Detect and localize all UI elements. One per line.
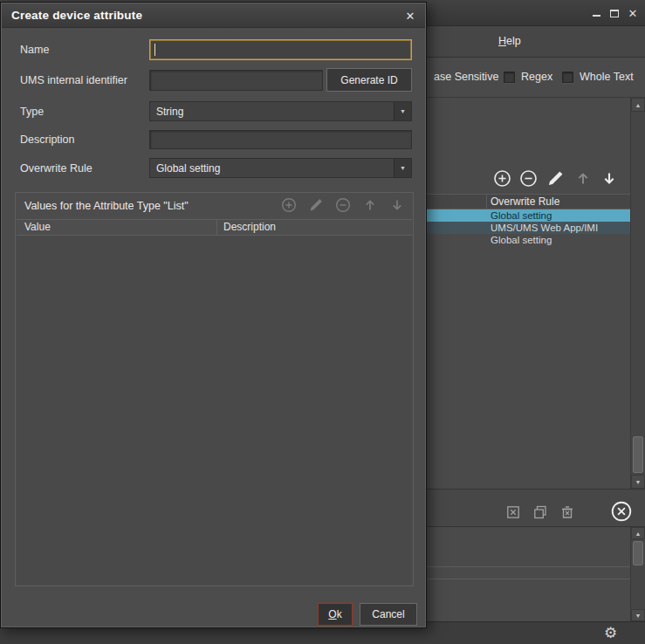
maximize-button[interactable] (608, 7, 621, 19)
remove-value-icon[interactable] (335, 197, 351, 213)
scroll-up-button[interactable]: ▲ (631, 527, 645, 539)
values-table-body[interactable] (17, 236, 412, 585)
lower-vertical-scrollbar[interactable]: ▲ ▼ (630, 527, 645, 621)
clear-icon[interactable] (505, 504, 521, 520)
dialog-titlebar[interactable]: Create device attribute ✕ (2, 3, 425, 28)
settings-gear-icon[interactable]: ⚙ (604, 624, 617, 643)
generate-id-button[interactable]: Generate ID (326, 68, 412, 92)
scroll-up-icon: ▲ (635, 102, 642, 108)
edit-icon[interactable] (546, 169, 565, 188)
scroll-up-icon: ▲ (635, 531, 642, 537)
close-button[interactable]: ✕ (627, 7, 639, 19)
close-icon: ✕ (628, 8, 638, 19)
dialog-close-button[interactable]: ✕ (402, 8, 418, 24)
delete-icon[interactable] (559, 504, 575, 520)
values-group-title: Values for the Attribute Type "List" (24, 198, 189, 214)
ums-id-label: UMS internal identifier (20, 73, 127, 87)
dropdown-arrow-icon: ▼ (394, 102, 411, 120)
column-divider[interactable] (216, 220, 217, 235)
overwrite-rule-value: Global setting (150, 159, 394, 177)
whole-text-checkbox[interactable] (562, 72, 573, 83)
column-header-overwrite-rule[interactable]: Overwrite Rule (491, 195, 559, 209)
screen: ✕ Help ase Sensitive Regex Whole Text (0, 0, 645, 644)
scroll-down-button[interactable]: ▼ (631, 609, 645, 621)
overwrite-rule-label: Overwrite Rule (20, 161, 93, 175)
type-label: Type (20, 105, 44, 119)
remove-icon[interactable] (519, 169, 538, 188)
column-divider[interactable] (486, 195, 487, 209)
overwrite-rule-select[interactable]: Global setting ▼ (149, 158, 412, 178)
ok-button-label: Ok (328, 608, 341, 620)
values-groupbox: Values for the Attribute Type "List" (15, 192, 414, 586)
dropdown-arrow-icon: ▼ (394, 159, 411, 177)
values-table-header: Value Description (17, 219, 412, 236)
cancel-button[interactable]: Cancel (360, 603, 417, 626)
help-button[interactable]: Help (498, 35, 521, 47)
description-label: Description (20, 133, 75, 147)
scroll-down-button[interactable]: ▼ (631, 475, 645, 489)
ums-id-input[interactable] (149, 70, 323, 91)
copy-icon[interactable] (532, 504, 548, 520)
cancel-button-label: Cancel (372, 608, 404, 620)
whole-text-label: Whole Text (580, 71, 634, 83)
text-caret (154, 44, 155, 56)
vertical-scrollbar[interactable]: ▲ ▼ (630, 98, 645, 489)
type-select[interactable]: String ▼ (149, 101, 412, 121)
dialog-title: Create device attribute (11, 3, 142, 28)
minimize-icon (593, 15, 600, 17)
regex-checkbox[interactable] (504, 72, 515, 83)
scroll-up-button[interactable]: ▲ (631, 98, 645, 112)
description-input[interactable] (149, 130, 412, 149)
cancel-circle-icon[interactable] (610, 500, 633, 523)
name-label: Name (20, 43, 49, 57)
scroll-down-icon: ▼ (635, 613, 642, 619)
scroll-down-icon: ▼ (635, 479, 642, 485)
window-controls: ✕ (590, 7, 639, 19)
move-down-icon[interactable] (600, 169, 618, 188)
add-icon[interactable] (493, 169, 511, 188)
type-value: String (150, 102, 394, 120)
move-up-icon[interactable] (574, 169, 592, 188)
create-device-attribute-dialog: Create device attribute ✕ Name UMS inter… (0, 2, 427, 628)
close-icon: ✕ (406, 10, 415, 23)
values-toolbar (281, 197, 405, 213)
description-column-header[interactable]: Description (223, 220, 276, 235)
minimize-button[interactable] (590, 7, 602, 19)
case-sensitive-label: ase Sensitive (434, 71, 498, 83)
move-value-up-icon[interactable] (362, 197, 378, 213)
edit-value-icon[interactable] (308, 197, 324, 213)
value-column-header[interactable]: Value (24, 220, 51, 235)
scrollbar-thumb[interactable] (633, 436, 643, 473)
ok-button[interactable]: Ok (318, 603, 353, 626)
name-input[interactable] (149, 39, 412, 60)
add-value-icon[interactable] (281, 197, 297, 213)
maximize-icon (610, 10, 619, 17)
scrollbar-thumb[interactable] (633, 541, 643, 565)
move-value-down-icon[interactable] (389, 197, 405, 213)
regex-label: Regex (521, 71, 552, 83)
